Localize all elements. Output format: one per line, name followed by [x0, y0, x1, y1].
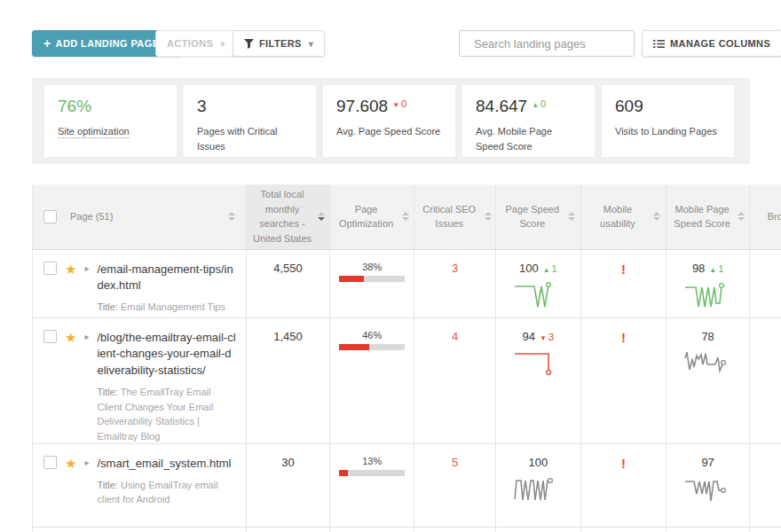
favorite-star-icon[interactable]: ★: [65, 262, 76, 315]
optimization-percent: 38%: [330, 262, 414, 272]
critical-issues-label: Pages with Critical Issues: [197, 124, 303, 153]
critical-issues-cell[interactable]: 3: [414, 249, 496, 317]
row-checkbox[interactable]: [43, 456, 57, 469]
optimization-cell: 13%: [329, 444, 414, 528]
column-header-page-speed[interactable]: Page Speed Score: [495, 184, 580, 249]
column-header-broken-links[interactable]: Broken Links: [749, 184, 781, 249]
broken-links-cell: -: [749, 444, 781, 528]
mobile-speed-delta: ▲1: [709, 263, 723, 274]
optimization-percent: 46%: [330, 330, 414, 340]
search-box: [459, 30, 635, 57]
mobile-usability-cell: !: [580, 317, 667, 444]
page-url-link[interactable]: /blog/the-emailtray-email-client-changes…: [97, 330, 237, 380]
chevron-right-icon[interactable]: ▸: [84, 332, 89, 444]
avg-page-speed-label: Avg. Page Speed Score: [336, 124, 442, 139]
table-row: ★ ▸ /blog/the-emailtray-email-client-cha…: [33, 317, 781, 444]
column-header-mobile-page-speed[interactable]: Mobile Page Speed Score: [667, 184, 750, 249]
chevron-right-icon[interactable]: ▸: [84, 458, 89, 507]
avg-page-speed-delta: ▼0: [392, 98, 406, 109]
row-checkbox[interactable]: [43, 330, 57, 343]
optimization-bar: [339, 344, 405, 350]
column-label: Page Speed Score: [501, 202, 564, 231]
filters-button[interactable]: FILTERS ▾: [233, 30, 325, 57]
site-optimization-value: 76%: [58, 97, 163, 116]
optimization-cell: 46%: [329, 317, 414, 444]
page-speed-value: 100: [519, 262, 539, 275]
manage-columns-label: MANAGE COLUMNS: [670, 38, 770, 49]
mobile-speed-sparkline: [683, 348, 733, 379]
critical-issues-cell[interactable]: 4: [414, 317, 496, 444]
manage-columns-button[interactable]: MANAGE COLUMNS: [642, 30, 781, 57]
broken-links-cell[interactable]: 2: [749, 317, 781, 444]
page-speed-cell: 100 ▲1: [495, 249, 580, 317]
warning-icon: !: [621, 456, 626, 471]
actions-label: ACTIONS: [167, 38, 213, 49]
sort-icon[interactable]: [738, 212, 745, 221]
column-header-critical-issues[interactable]: Critical SEO Issues: [414, 184, 496, 249]
landing-pages-table: Page (51) Total local monthly searches -…: [32, 184, 781, 532]
column-header-page-optimization[interactable]: Page Optimization: [329, 184, 414, 249]
page-url-link[interactable]: /email-management-tips/index.html: [97, 262, 237, 295]
sort-icon[interactable]: [228, 212, 235, 221]
column-header-page[interactable]: Page (51): [33, 184, 247, 249]
site-optimization-label: Site optimization: [58, 126, 130, 138]
sort-icon[interactable]: [485, 212, 492, 221]
mobile-speed-cell: 98 ▲1: [667, 249, 750, 317]
page-speed-value: 100: [528, 456, 548, 469]
favorite-star-icon[interactable]: ★: [65, 457, 76, 507]
table-row: [33, 528, 781, 532]
searches-cell: 4,550: [247, 249, 330, 317]
avg-mobile-speed-label: Avg. Mobile Page Speed Score: [476, 124, 581, 153]
critical-issues-cell[interactable]: 5: [414, 444, 496, 528]
column-header-searches[interactable]: Total local monthly searches - United St…: [247, 184, 330, 249]
card-site-optimization: 76% Site optimization: [44, 85, 177, 157]
avg-mobile-speed-value: 84.647: [476, 97, 527, 116]
sort-icon[interactable]: [568, 212, 575, 221]
optimization-cell: 38%: [329, 249, 414, 317]
actions-button[interactable]: ACTIONS ▾: [155, 30, 237, 57]
mobile-speed-cell: 97: [667, 444, 750, 528]
page-speed-cell: 100: [495, 444, 580, 528]
column-label: Mobile usability: [587, 202, 649, 231]
optimization-bar: [339, 276, 405, 282]
row-checkbox[interactable]: [43, 262, 57, 275]
card-avg-page-speed: 97.608 ▼0 Avg. Page Speed Score: [323, 85, 455, 157]
mobile-usability-cell: !: [580, 249, 667, 317]
critical-issues-value: 3: [197, 97, 303, 116]
columns-list-icon: [653, 39, 665, 49]
visits-label: Visits to Landing Pages: [615, 124, 721, 139]
funnel-icon: [244, 39, 254, 49]
column-header-mobile-usability[interactable]: Mobile usability: [580, 184, 667, 249]
landing-pages-dashboard: + ADD LANDING PAGE ▾ ACTIONS ▾ FILTERS ▾…: [0, 0, 781, 532]
avg-mobile-speed-delta: ▲0: [532, 98, 546, 109]
mobile-usability-cell: !: [580, 444, 667, 528]
summary-cards-band: 76% Site optimization 3 Pages with Criti…: [32, 78, 750, 164]
page-url-link[interactable]: /smart_email_system.html: [97, 456, 237, 473]
sort-icon[interactable]: [318, 212, 325, 221]
plus-icon: +: [43, 36, 51, 51]
favorite-star-icon[interactable]: ★: [65, 331, 76, 444]
select-all-checkbox[interactable]: [43, 210, 57, 223]
avg-page-speed-value: 97.608: [336, 97, 388, 116]
page-speed-value: 94: [523, 330, 535, 343]
column-label: Mobile Page Speed Score: [671, 202, 733, 231]
add-landing-page-label: ADD LANDING PAGE: [56, 38, 160, 49]
page-speed-cell: 94 ▼3: [495, 317, 580, 444]
table-row: ★ ▸ /email-management-tips/index.html Ti…: [33, 249, 781, 317]
searches-cell: 30: [247, 444, 330, 528]
card-avg-mobile-speed: 84.647 ▲0 Avg. Mobile Page Speed Score: [462, 85, 595, 157]
warning-icon: !: [621, 330, 626, 345]
sort-icon[interactable]: [653, 212, 660, 221]
mobile-speed-value: 78: [701, 330, 714, 343]
mobile-speed-value: 98: [692, 262, 705, 275]
search-input[interactable]: [474, 37, 630, 51]
card-visits: 609 Visits to Landing Pages: [602, 85, 734, 157]
page-speed-delta: ▲1: [543, 263, 557, 274]
chevron-down-icon: ▾: [220, 39, 225, 49]
filters-label: FILTERS: [259, 38, 302, 49]
chevron-right-icon[interactable]: ▸: [84, 264, 89, 315]
optimization-percent: 13%: [330, 456, 414, 466]
sort-icon[interactable]: [402, 212, 409, 221]
page-speed-sparkline: [513, 279, 563, 311]
column-label: Total local monthly searches - United St…: [251, 187, 313, 246]
